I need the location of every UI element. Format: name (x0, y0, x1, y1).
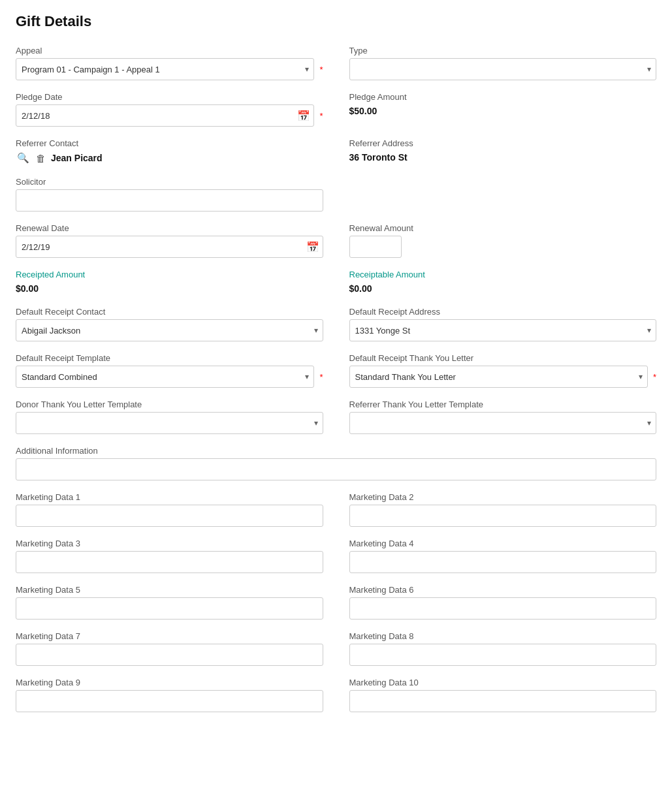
referrer-delete-icon[interactable]: 🗑 (35, 153, 47, 164)
default-receipt-thank-you-select-wrapper: Standard Thank You Letter (349, 366, 648, 388)
renewal-date-input[interactable] (16, 236, 323, 258)
default-receipt-contact-field-group: Default Receipt Contact Abigail Jackson (16, 307, 323, 341)
donor-thank-you-field-group: Donor Thank You Letter Template (16, 400, 323, 434)
pledge-date-label: Pledge Date (16, 92, 323, 102)
receiptable-amount-label: Receiptable Amount (349, 270, 657, 279)
additional-info-field-group: Additional Information (16, 446, 656, 480)
marketing-data-2-input[interactable] (349, 505, 657, 527)
default-receipt-contact-select-wrapper: Abigail Jackson (16, 319, 323, 341)
marketing-data-6-label: Marketing Data 6 (349, 585, 657, 595)
appeal-required-star: * (319, 65, 323, 74)
renewal-amount-label: Renewal Amount (349, 223, 657, 233)
marketing-data-7-input[interactable] (16, 644, 323, 666)
solicitor-input[interactable] (16, 189, 323, 212)
marketing-data-3-field-group: Marketing Data 3 (16, 539, 323, 573)
marketing-data-7-label: Marketing Data 7 (16, 631, 323, 641)
donor-thank-you-label: Donor Thank You Letter Template (16, 400, 323, 409)
marketing-data-4-input[interactable] (349, 551, 657, 573)
referrer-contact-field-group: Referrer Contact 🔍 🗑 Jean Picard (16, 138, 323, 165)
marketing-data-5-field-group: Marketing Data 5 (16, 585, 323, 620)
receipted-amount-field-group: Receipted Amount $0.00 (16, 270, 323, 295)
marketing-data-10-input[interactable] (349, 690, 657, 712)
page-title: Gift Details (16, 13, 656, 30)
marketing-data-4-label: Marketing Data 4 (349, 539, 657, 548)
solicitor-placeholder-right (349, 177, 657, 212)
receipted-amount-value: $0.00 (16, 282, 323, 295)
receipted-amount-label: Receipted Amount (16, 270, 323, 279)
referrer-search-icon[interactable]: 🔍 (16, 152, 31, 164)
pledge-amount-value: $50.00 (349, 104, 657, 118)
referrer-thank-you-field-group: Referrer Thank You Letter Template (349, 400, 657, 434)
marketing-data-2-field-group: Marketing Data 2 (349, 492, 657, 527)
marketing-data-2-label: Marketing Data 2 (349, 492, 657, 502)
renewal-amount-input[interactable] (349, 236, 402, 258)
referrer-thank-you-select[interactable] (349, 412, 657, 434)
default-receipt-thank-you-select[interactable]: Standard Thank You Letter (349, 366, 648, 388)
referrer-contact-label: Referrer Contact (16, 138, 323, 148)
renewal-date-field-group: Renewal Date 📅 (16, 223, 323, 258)
default-receipt-template-select[interactable]: Standard Combined (16, 366, 314, 388)
appeal-select[interactable]: Program 01 - Campaign 1 - Appeal 1 (16, 58, 314, 80)
marketing-data-8-field-group: Marketing Data 8 (349, 631, 657, 666)
default-receipt-thank-you-label: Default Receipt Thank You Letter (349, 353, 657, 363)
referrer-thank-you-select-wrapper (349, 412, 657, 434)
marketing-data-9-field-group: Marketing Data 9 (16, 678, 323, 712)
marketing-data-9-label: Marketing Data 9 (16, 678, 323, 687)
pledge-amount-field-group: Pledge Amount $50.00 (349, 92, 657, 127)
marketing-data-4-field-group: Marketing Data 4 (349, 539, 657, 573)
type-field-group: Type (349, 46, 657, 80)
default-receipt-contact-label: Default Receipt Contact (16, 307, 323, 317)
additional-info-input[interactable] (16, 458, 656, 480)
marketing-data-10-label: Marketing Data 10 (349, 678, 657, 687)
renewal-date-input-wrapper: 📅 (16, 236, 323, 258)
receiptable-amount-value: $0.00 (349, 282, 657, 295)
default-receipt-thank-you-required-star: * (653, 372, 656, 382)
referrer-thank-you-label: Referrer Thank You Letter Template (349, 400, 657, 409)
referrer-contact-row: 🔍 🗑 Jean Picard (16, 151, 323, 165)
default-receipt-template-field-group: Default Receipt Template Standard Combin… (16, 353, 323, 388)
marketing-data-10-field-group: Marketing Data 10 (349, 678, 657, 712)
default-receipt-address-select-wrapper: 1331 Yonge St (349, 319, 657, 341)
receiptable-amount-field-group: Receiptable Amount $0.00 (349, 270, 657, 295)
referrer-contact-name: Jean Picard (51, 153, 103, 163)
default-receipt-template-select-wrapper: Standard Combined (16, 366, 314, 388)
donor-thank-you-select[interactable] (16, 412, 323, 434)
default-receipt-template-label: Default Receipt Template (16, 353, 323, 363)
referrer-address-value: 36 Toronto St (349, 151, 657, 164)
renewal-date-calendar-icon[interactable]: 📅 (306, 241, 319, 253)
donor-thank-you-select-wrapper (16, 412, 323, 434)
default-receipt-thank-you-field-group: Default Receipt Thank You Letter Standar… (349, 353, 657, 388)
pledge-date-calendar-icon[interactable]: 📅 (297, 110, 310, 122)
default-receipt-template-required-star: * (319, 372, 323, 382)
marketing-data-1-field-group: Marketing Data 1 (16, 492, 323, 527)
marketing-data-8-input[interactable] (349, 644, 657, 666)
default-receipt-address-field-group: Default Receipt Address 1331 Yonge St (349, 307, 657, 341)
appeal-field-group: Appeal Program 01 - Campaign 1 - Appeal … (16, 46, 323, 80)
type-select-wrapper (349, 58, 657, 80)
renewal-amount-field-group: Renewal Amount (349, 223, 657, 258)
additional-info-label: Additional Information (16, 446, 656, 456)
default-receipt-contact-select[interactable]: Abigail Jackson (16, 319, 323, 341)
marketing-data-1-label: Marketing Data 1 (16, 492, 323, 502)
appeal-select-wrapper: Program 01 - Campaign 1 - Appeal 1 (16, 58, 314, 80)
marketing-data-6-field-group: Marketing Data 6 (349, 585, 657, 620)
marketing-data-7-field-group: Marketing Data 7 (16, 631, 323, 666)
marketing-data-5-label: Marketing Data 5 (16, 585, 323, 595)
marketing-data-9-input[interactable] (16, 690, 323, 712)
pledge-date-required-star: * (319, 111, 323, 121)
pledge-date-input[interactable] (16, 104, 314, 127)
pledge-date-field-group: Pledge Date 📅 * (16, 92, 323, 127)
default-receipt-address-select[interactable]: 1331 Yonge St (349, 319, 657, 341)
marketing-data-5-input[interactable] (16, 597, 323, 620)
default-receipt-address-label: Default Receipt Address (349, 307, 657, 317)
renewal-date-label: Renewal Date (16, 223, 323, 233)
type-label: Type (349, 46, 657, 55)
pledge-amount-label: Pledge Amount (349, 92, 657, 102)
marketing-data-3-input[interactable] (16, 551, 323, 573)
solicitor-label: Solicitor (16, 177, 323, 187)
type-select[interactable] (349, 58, 657, 80)
solicitor-field-group: Solicitor (16, 177, 323, 212)
marketing-data-6-input[interactable] (349, 597, 657, 620)
appeal-label: Appeal (16, 46, 323, 55)
marketing-data-1-input[interactable] (16, 505, 323, 527)
